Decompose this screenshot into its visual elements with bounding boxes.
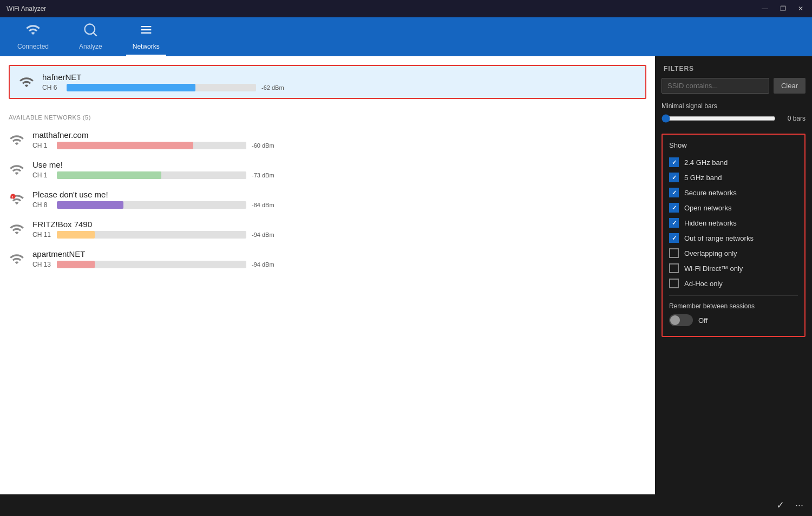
network-info-0: matthafner.com CH 1 -60 dBm [32,130,646,149]
signal-bar-bg-1 [57,171,246,179]
sidebar: FILTERS Clear Minimal signal bars 0 bars… [655,56,812,494]
checkbox-item-hidden[interactable]: Hidden networks [669,215,798,230]
network-details-0: CH 1 -60 dBm [32,142,646,149]
min-signal-label: Minimal signal bars [662,102,806,110]
signal-slider[interactable] [662,114,776,123]
ssid-input[interactable] [662,78,769,94]
clear-button[interactable]: Clear [774,78,806,94]
checkbox-item-open[interactable]: Open networks [669,200,798,215]
checkbox-label-band24: 2.4 GHz band [684,158,728,167]
network-name-4: apartmentNET [32,249,646,259]
signal-bar-4 [57,261,95,268]
networks-icon [139,22,154,41]
signal-bar-3 [57,231,95,239]
checkbox-label-hidden: Hidden networks [684,219,737,227]
wifi-icon-3 [9,222,25,237]
wifi-connected-icon [25,22,41,41]
checkbox-item-wifidirect[interactable]: Wi-Fi Direct™ only [669,261,798,276]
network-name-3: FRITZ!Box 7490 [32,220,646,229]
channel-label-3: CH 11 [32,231,51,239]
signal-bar-2 [57,201,123,209]
main-layout: hafnerNET CH 6 -62 dBm AVAILABLE NETWORK… [0,56,812,494]
checkbox-overlapping[interactable] [669,248,679,258]
network-list-item: Use me! CH 1 -73 dBm [0,155,655,184]
nav-connected[interactable]: Connected [11,18,55,56]
network-details-1: CH 1 -73 dBm [32,171,646,179]
connected-network-info: hafnerNET CH 6 -62 dBm [42,72,637,91]
network-details-2: CH 8 -84 dBm [32,201,646,209]
checkbox-item-band24[interactable]: 2.4 GHz band [669,155,798,170]
connected-network-row: hafnerNET CH 6 -62 dBm [18,72,637,91]
show-label: Show [669,141,798,149]
connected-signal-bar-bg [67,84,256,91]
checkbox-label-wifidirect: Wi-Fi Direct™ only [684,264,743,273]
close-button[interactable]: ✕ [796,4,806,14]
minimize-button[interactable]: — [759,4,770,14]
checkboxes-container: 2.4 GHz band 5 GHz band Secure networks … [669,155,798,291]
available-networks-label: AVAILABLE NETWORKS (5) [0,108,655,125]
check-icon[interactable]: ✓ [776,499,784,511]
network-list-item: matthafner.com CH 1 -60 dBm [0,125,655,155]
more-icon[interactable]: ··· [795,500,803,511]
network-details-4: CH 13 -94 dBm [32,261,646,268]
network-row: ! Please don't use me! CH 8 -84 dBm [9,190,646,209]
checkbox-band5[interactable] [669,173,679,182]
maximize-button[interactable]: ❐ [778,4,788,14]
checkbox-item-overlapping[interactable]: Overlapping only [669,246,798,261]
checkbox-label-overlapping: Overlapping only [684,249,737,257]
toggle-row: Off [669,314,798,326]
network-info-3: FRITZ!Box 7490 CH 11 -94 dBm [32,220,646,239]
signal-bar-0 [57,142,193,149]
network-info-2: Please don't use me! CH 8 -84 dBm [32,190,646,209]
checkbox-wifidirect[interactable] [669,263,679,273]
filters-header: FILTERS [655,56,812,78]
checkbox-hidden[interactable] [669,218,679,228]
network-info-4: apartmentNET CH 13 -94 dBm [32,249,646,268]
wifi-icon-1 [9,162,25,177]
channel-label-0: CH 1 [32,142,51,149]
checkbox-adhoc[interactable] [669,279,679,288]
nav-networks[interactable]: Networks [126,18,166,56]
connected-network-card[interactable]: hafnerNET CH 6 -62 dBm [9,65,646,99]
wifi-icon-4 [9,252,25,267]
remember-toggle[interactable] [669,314,693,326]
connected-network-name: hafnerNET [42,72,637,82]
signal-bar-bg-2 [57,201,246,209]
checkbox-label-band5: 5 GHz band [684,174,722,182]
signal-label-4: -94 dBm [252,261,281,268]
checkbox-outofrange[interactable] [669,233,679,243]
channel-label-2: CH 8 [32,201,51,209]
ssid-filter-row: Clear [655,78,812,100]
nav-networks-label: Networks [133,43,160,50]
checkbox-item-outofrange[interactable]: Out of range networks [669,230,798,246]
signal-bar-bg-4 [57,261,246,268]
toggle-off-label: Off [698,316,708,325]
nav-analyze[interactable]: Analyze [73,18,109,56]
checkbox-secure[interactable] [669,188,679,197]
checkbox-item-secure[interactable]: Secure networks [669,185,798,200]
signal-label-3: -94 dBm [252,231,281,238]
connected-channel: CH 6 [42,84,61,91]
svg-line-1 [94,32,97,36]
connected-wifi-icon [18,75,35,90]
network-list-item: FRITZ!Box 7490 CH 11 -94 dBm [0,214,655,244]
network-name-2: Please don't use me! [32,190,646,199]
checkbox-open[interactable] [669,203,679,213]
nav-connected-label: Connected [17,43,49,50]
network-row: Use me! CH 1 -73 dBm [9,160,646,179]
checkbox-label-secure: Secure networks [684,189,737,197]
channel-label-4: CH 13 [32,261,51,268]
checkbox-label-outofrange: Out of range networks [684,234,754,242]
network-row: FRITZ!Box 7490 CH 11 -94 dBm [9,220,646,239]
network-details-3: CH 11 -94 dBm [32,231,646,239]
network-name-0: matthafner.com [32,130,646,140]
svg-text:!: ! [12,195,13,199]
checkbox-band24[interactable] [669,157,679,167]
connected-signal-bar [67,84,195,91]
checkbox-item-adhoc[interactable]: Ad-Hoc only [669,276,798,291]
signal-section: Minimal signal bars 0 bars [655,100,812,130]
network-row: apartmentNET CH 13 -94 dBm [9,249,646,268]
network-list: matthafner.com CH 1 -60 dBm Use me! [0,125,655,274]
signal-label-0: -60 dBm [252,142,281,149]
checkbox-item-band5[interactable]: 5 GHz band [669,170,798,185]
